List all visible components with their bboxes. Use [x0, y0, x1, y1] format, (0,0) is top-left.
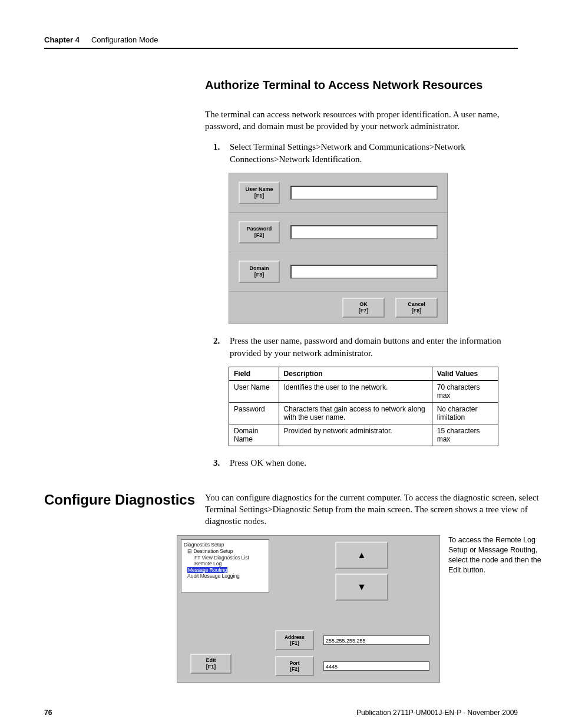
password-input[interactable]	[290, 225, 438, 239]
step-2: 2.Press the user name, password and doma…	[205, 335, 518, 360]
fields-table: Field Description Valid Values User Name…	[229, 367, 498, 446]
diagnostics-tree[interactable]: Diagnostics Setup ⊟ Destination Setup FT…	[181, 539, 269, 592]
edit-button[interactable]: Edit[F1]	[190, 654, 232, 674]
domain-button[interactable]: Domain[F3]	[239, 261, 280, 283]
section-heading-diagnostics: Configure Diagnostics	[44, 492, 205, 509]
user-name-button[interactable]: User Name[F1]	[239, 182, 280, 204]
step-3: 3.Press OK when done.	[205, 457, 518, 469]
port-input[interactable]: 4445	[323, 661, 429, 671]
page-number: 76	[44, 709, 52, 717]
table-row: Domain Name Provided by network administ…	[229, 424, 498, 446]
triangle-up-icon: ▲	[357, 550, 366, 561]
table-row: User Name Identifies the user to the net…	[229, 380, 498, 402]
triangle-down-icon: ▼	[357, 582, 366, 592]
diagnostics-dialog: Diagnostics Setup ⊟ Destination Setup FT…	[177, 535, 440, 683]
domain-input[interactable]	[290, 265, 438, 279]
table-row: Password Characters that gain access to …	[229, 402, 498, 424]
header-rule	[44, 48, 518, 49]
diagnostics-intro: You can configure diagnostics for the cu…	[205, 492, 541, 528]
section-heading-authorize: Authorize Terminal to Access Network Res…	[205, 78, 518, 92]
down-arrow-button[interactable]: ▼	[335, 574, 388, 601]
page-header: Chapter 4 Configuration Mode	[44, 35, 518, 44]
password-button[interactable]: Password[F2]	[239, 221, 280, 243]
ok-button[interactable]: OK[F7]	[342, 298, 385, 318]
th-description: Description	[279, 367, 432, 380]
network-id-dialog: User Name[F1] Password[F2] Domain[F3] OK…	[229, 173, 448, 324]
intro-paragraph: The terminal can access network resource…	[205, 108, 518, 133]
address-input[interactable]: 255.255.255.255	[323, 635, 429, 645]
cancel-button[interactable]: Cancel[F8]	[395, 298, 438, 318]
up-arrow-button[interactable]: ▲	[335, 542, 388, 569]
tree-node-selected: Message Routing	[187, 567, 227, 574]
publication-id: Publication 2711P-UM001J-EN-P - November…	[356, 709, 518, 717]
chapter-label: Chapter 4	[44, 35, 80, 44]
page-footer: 76 Publication 2711P-UM001J-EN-P - Novem…	[44, 709, 518, 717]
port-button[interactable]: Port[F2]	[275, 656, 314, 676]
address-button[interactable]: Address[F1]	[275, 630, 314, 650]
step-1: 1.Select Terminal Settings>Network and C…	[205, 141, 518, 166]
side-note: To access the Remote Log Setup or Messag…	[448, 535, 541, 575]
th-valid: Valid Values	[432, 367, 498, 380]
th-field: Field	[229, 367, 279, 380]
chapter-title: Configuration Mode	[91, 35, 158, 44]
user-name-input[interactable]	[290, 186, 438, 200]
